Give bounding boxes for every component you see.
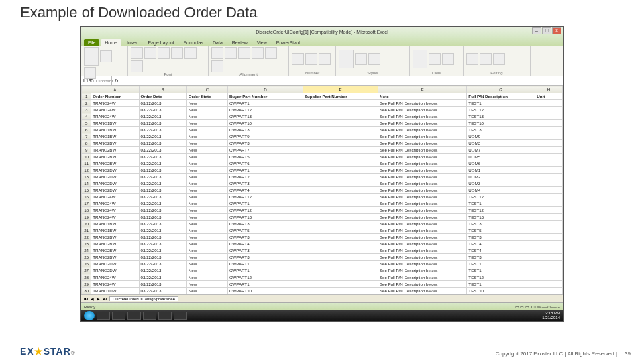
- cell[interactable]: TRANO24W: [91, 281, 139, 288]
- cell[interactable]: [535, 247, 563, 254]
- cell[interactable]: TRANO2DW: [91, 261, 139, 267]
- cell[interactable]: TRANO2DW: [91, 187, 139, 194]
- cell[interactable]: TRANO2BW: [91, 147, 139, 154]
- cell[interactable]: [535, 120, 563, 127]
- cell[interactable]: 03/22/2013: [139, 227, 186, 234]
- ribbon-button[interactable]: [100, 50, 112, 62]
- col-header[interactable]: E: [303, 86, 378, 93]
- taskbar-item[interactable]: [143, 312, 156, 320]
- zoom-controls[interactable]: ▭ ▭ ▭ 100% ──⊙── +: [515, 305, 560, 309]
- ribbon-button[interactable]: [319, 53, 331, 65]
- row-header[interactable]: 8: [82, 140, 91, 147]
- header-cell[interactable]: Order Number: [91, 93, 139, 100]
- cell[interactable]: 03/22/2013: [139, 281, 186, 288]
- cell[interactable]: [303, 261, 378, 267]
- cell[interactable]: TRANO24W: [91, 194, 139, 200]
- cell[interactable]: [303, 200, 378, 207]
- cell[interactable]: TEST12: [467, 194, 535, 200]
- row-header[interactable]: 24: [82, 247, 91, 254]
- cell[interactable]: [535, 200, 563, 207]
- cell[interactable]: CWPART4: [227, 187, 303, 194]
- cell[interactable]: [535, 140, 563, 147]
- cell[interactable]: See Full P/N Description below.: [378, 200, 466, 207]
- cell[interactable]: See Full P/N Description below.: [378, 207, 466, 214]
- cell[interactable]: [303, 154, 378, 160]
- cell[interactable]: TEST10: [467, 288, 535, 294]
- ribbon-tab-review[interactable]: Review: [228, 39, 252, 46]
- ribbon-button[interactable]: [144, 47, 156, 59]
- cell[interactable]: TRANO1BW: [91, 127, 139, 133]
- cell[interactable]: 03/22/2013: [139, 174, 186, 180]
- cell[interactable]: 03/22/2013: [139, 127, 186, 133]
- cell[interactable]: 03/22/2013: [139, 207, 186, 214]
- cell[interactable]: TEST1: [467, 261, 535, 267]
- col-header[interactable]: C: [186, 86, 227, 93]
- cell[interactable]: See Full P/N Description below.: [378, 167, 466, 174]
- row-header[interactable]: 22: [82, 234, 91, 241]
- cell[interactable]: [303, 288, 378, 294]
- cell[interactable]: 03/22/2013: [139, 113, 186, 120]
- cell[interactable]: TRANO1DW: [91, 288, 139, 294]
- cell[interactable]: [303, 194, 378, 200]
- cell[interactable]: New: [186, 274, 227, 281]
- ribbon-tab-home[interactable]: Home: [101, 39, 121, 46]
- cell[interactable]: See Full P/N Description below.: [378, 254, 466, 261]
- ribbon-button[interactable]: [429, 53, 441, 65]
- cell[interactable]: [535, 261, 563, 267]
- cell[interactable]: TRANO2BW: [91, 140, 139, 147]
- sheet-nav-first-icon[interactable]: ⏮: [84, 297, 88, 301]
- row-header[interactable]: 10: [82, 154, 91, 160]
- header-cell[interactable]: Unit: [535, 93, 563, 100]
- cell[interactable]: 03/22/2013: [139, 133, 186, 140]
- cell[interactable]: [303, 127, 378, 133]
- row-header[interactable]: 23: [82, 241, 91, 247]
- row-header[interactable]: 9: [82, 147, 91, 154]
- row-header[interactable]: 1: [82, 93, 91, 100]
- cell[interactable]: TRANO2BW: [91, 254, 139, 261]
- cell[interactable]: See Full P/N Description below.: [378, 221, 466, 227]
- row-header[interactable]: 3: [82, 107, 91, 113]
- cell[interactable]: TRANO24W: [91, 200, 139, 207]
- cell[interactable]: [535, 160, 563, 167]
- cell[interactable]: [535, 113, 563, 120]
- minimize-button[interactable]: –: [532, 27, 541, 34]
- cell[interactable]: [535, 187, 563, 194]
- cell[interactable]: CWPART10: [227, 288, 303, 294]
- cell[interactable]: CWPART12: [227, 207, 303, 214]
- cell[interactable]: New: [186, 187, 227, 194]
- cell[interactable]: [535, 154, 563, 160]
- col-header[interactable]: A: [91, 86, 139, 93]
- cell[interactable]: New: [186, 140, 227, 147]
- cell[interactable]: New: [186, 234, 227, 241]
- cell[interactable]: TRANO2BW: [91, 154, 139, 160]
- cell[interactable]: [303, 254, 378, 261]
- cell[interactable]: TEST1: [467, 200, 535, 207]
- cell[interactable]: 03/22/2013: [139, 261, 186, 267]
- cell[interactable]: UOM3: [467, 140, 535, 147]
- cell[interactable]: 03/22/2013: [139, 180, 186, 187]
- cell[interactable]: [535, 274, 563, 281]
- row-header[interactable]: 5: [82, 120, 91, 127]
- cell[interactable]: 03/22/2013: [139, 288, 186, 294]
- cell[interactable]: [535, 254, 563, 261]
- cell[interactable]: [535, 100, 563, 107]
- cell[interactable]: See Full P/N Description below.: [378, 147, 466, 154]
- cell[interactable]: CWPART12: [227, 107, 303, 113]
- ribbon-button[interactable]: [184, 47, 197, 59]
- cell[interactable]: [303, 147, 378, 154]
- close-button[interactable]: ×: [552, 27, 561, 34]
- cell[interactable]: [535, 227, 563, 234]
- cell[interactable]: CWPART3: [227, 234, 303, 241]
- cell[interactable]: CWPART12: [227, 194, 303, 200]
- cell[interactable]: TEST3: [467, 254, 535, 261]
- cell[interactable]: New: [186, 113, 227, 120]
- cell[interactable]: TEST4: [467, 241, 535, 247]
- row-header[interactable]: 11: [82, 160, 91, 167]
- cell[interactable]: TEST12: [467, 207, 535, 214]
- cell[interactable]: 03/22/2013: [139, 147, 186, 154]
- cell[interactable]: [535, 267, 563, 274]
- cell[interactable]: [303, 241, 378, 247]
- cell[interactable]: New: [186, 200, 227, 207]
- cell[interactable]: 03/22/2013: [139, 120, 186, 127]
- cell[interactable]: 03/22/2013: [139, 247, 186, 254]
